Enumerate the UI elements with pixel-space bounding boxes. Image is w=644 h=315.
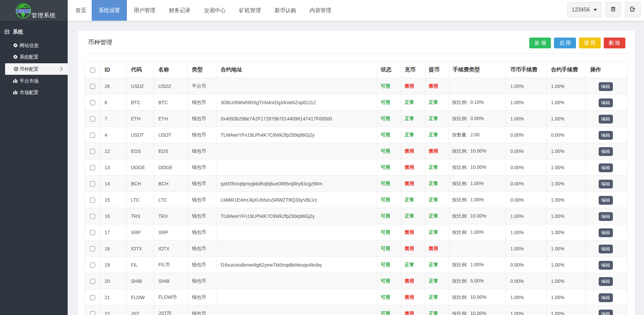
svg-text:USDZ: USDZ — [16, 8, 30, 14]
